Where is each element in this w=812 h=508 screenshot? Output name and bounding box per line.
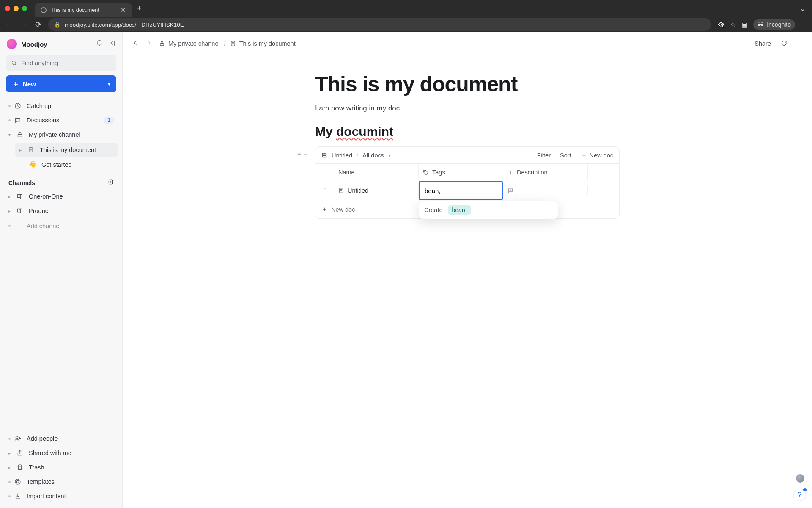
new-tab-button[interactable]: + [132,4,147,13]
tag-input[interactable] [419,181,503,200]
breadcrumb-separator: / [224,40,226,47]
collection-title[interactable]: Untitled [332,152,352,159]
add-channel[interactable]: ＋ Add channel [4,218,118,233]
page-title[interactable]: This is my document [315,72,620,97]
help-button[interactable]: ? [793,489,806,501]
close-window-icon[interactable] [5,6,10,11]
extensions-icon[interactable]: ▣ [742,21,747,28]
row-description-cell[interactable] [503,186,588,195]
kebab-menu-icon[interactable]: ⋮ [801,21,807,28]
nav-trash[interactable]: ▸ Trash [4,461,118,474]
nav-discussions[interactable]: Discussions 1 [4,113,118,127]
plus-icon: ＋ [14,222,22,230]
presence-avatar-icon[interactable] [796,474,804,483]
nav-catch-up[interactable]: Catch up [4,99,118,113]
nav-label: Add people [27,435,58,442]
maximize-window-icon[interactable] [22,6,27,11]
nav-import-content[interactable]: Import content [4,489,118,503]
doc-paragraph[interactable]: I am now writing in my doc [315,104,620,113]
history-forward-icon[interactable] [145,39,152,48]
history-back-icon[interactable] [132,39,139,48]
nav-label: My private channel [29,131,80,138]
browser-tab-active[interactable]: This is my document ✕ [35,3,132,17]
filter-button[interactable]: Filter [537,152,551,159]
nav-get-started[interactable]: 👋 Get started [15,157,118,171]
new-doc-button[interactable]: ＋New doc [581,151,613,159]
incognito-indicator[interactable]: 🕶 Incognito [753,19,795,30]
content-area: My private channel / This is my document… [123,32,812,508]
channels-label: Channels [8,179,35,186]
drag-handle-icon[interactable]: ≡ [297,151,301,157]
eye-off-icon[interactable]: 👁‍🗨 [717,21,724,28]
sort-button[interactable]: Sort [560,152,571,159]
channel-product[interactable]: ▸ Product [4,204,118,218]
misspelled-word: documint [336,124,393,138]
bullet-icon [8,438,11,440]
search-input[interactable]: Find anything [6,55,116,71]
block-handles[interactable]: ≡ ↔ [297,151,308,157]
nav-templates[interactable]: Templates [4,475,118,489]
notifications-bell-icon[interactable] [96,40,103,48]
download-icon [14,493,22,500]
nav-doc-current[interactable]: ▸ This is my document [15,143,118,157]
nav-forward-icon[interactable]: → [19,20,28,29]
tag-chip[interactable]: bean, [448,205,471,215]
column-name[interactable]: Name [334,164,419,181]
favicon-icon [41,7,47,13]
chevron-right-icon[interactable]: ▸ [8,465,13,470]
incognito-icon: 🕶 [757,21,763,28]
nav-label: Trash [29,464,44,471]
doc-heading[interactable]: My documint [315,124,620,139]
window-controls[interactable] [5,6,27,11]
nav-add-people[interactable]: Add people [4,432,118,445]
discussions-badge: 1 [104,117,114,124]
channel-label: Product [29,207,50,214]
column-description[interactable]: Description [503,164,588,181]
collapse-sidebar-icon[interactable] [109,40,115,48]
chevron-right-icon[interactable]: ▸ [19,148,24,152]
sidebar: Moodjoy Find anything ＋ New ▾ C [0,32,123,508]
share-button[interactable]: Share [754,40,771,47]
tab-overflow-icon[interactable]: ⌄ [800,5,812,13]
new-button[interactable]: ＋ New ▾ [6,75,116,92]
collection-icon [321,152,327,158]
lock-icon [159,41,165,47]
chevron-right-icon[interactable]: ▸ [8,209,13,213]
svg-rect-10 [322,153,326,155]
bullet-icon [8,105,11,107]
breadcrumb-channel-label: My private channel [168,40,220,47]
nav-shared-with-me[interactable]: ▸ Shared with me [4,446,118,460]
row-name-text: Untitled [348,187,368,194]
tag-create-popover[interactable]: Create bean, [419,201,558,219]
bookmark-star-icon[interactable]: ☆ [730,21,736,28]
url-text: moodjoy.slite.com/app/docs/r_DHzUYfHSK10… [65,22,184,28]
search-icon [11,60,17,66]
nav-reload-icon[interactable]: ⟳ [34,20,42,29]
add-channel-section-icon[interactable] [108,179,114,186]
bullet-icon [8,119,11,121]
chevron-right-icon[interactable]: ▸ [8,451,13,456]
chevron-down-icon[interactable]: ▾ [388,153,390,157]
minimize-window-icon[interactable] [14,6,19,11]
comments-icon[interactable] [780,40,787,48]
close-tab-icon[interactable]: ✕ [121,6,126,14]
chevron-down-icon[interactable]: ▾ [8,133,13,137]
nav-label: Templates [27,478,55,485]
chevron-right-icon[interactable]: ▸ [8,194,13,199]
address-bar[interactable]: 🔒 moodjoy.slite.com/app/docs/r_DHzUYfHSK… [48,18,711,31]
collection-scope[interactable]: All docs [362,152,384,159]
row-tags-cell[interactable]: Create bean, [419,181,503,200]
resize-handle-icon[interactable]: ↔ [302,151,308,157]
chevron-down-icon[interactable]: ▾ [108,81,110,87]
breadcrumb-doc[interactable]: This is my document [230,40,296,47]
row-name-cell[interactable]: Untitled [334,183,419,198]
more-menu-icon[interactable]: ⋯ [796,40,803,47]
nav-back-icon[interactable]: ← [5,20,14,29]
workspace-switcher[interactable]: Moodjoy [4,36,118,54]
row-menu-button[interactable]: ⋮ [315,183,334,198]
channel-one-on-one[interactable]: ▸ One-on-One [4,190,118,203]
browser-tab-bar: This is my document ✕ + ⌄ [0,0,812,17]
nav-my-private-channel[interactable]: ▾ My private channel [4,128,118,141]
column-tags[interactable]: Tags [419,164,503,181]
breadcrumb-channel[interactable]: My private channel [159,40,220,47]
